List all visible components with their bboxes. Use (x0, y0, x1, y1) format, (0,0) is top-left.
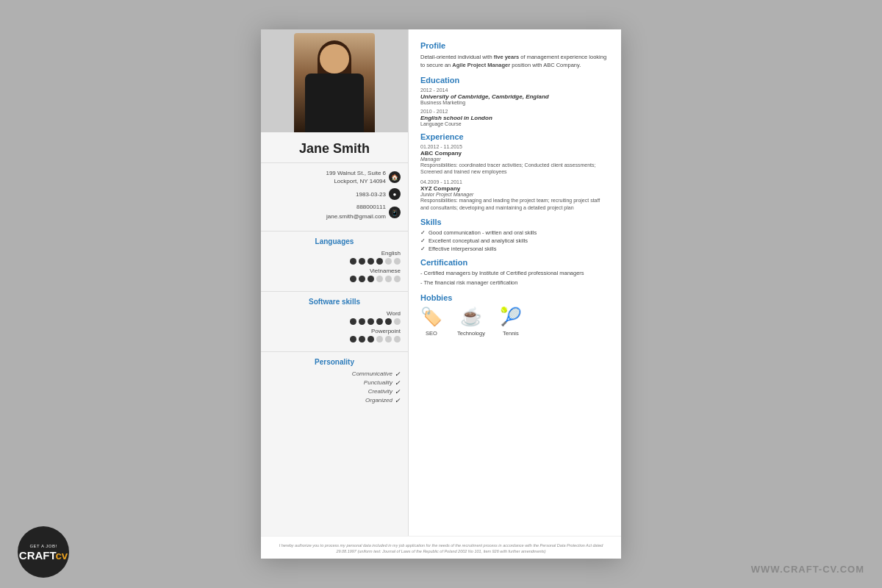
dot (350, 318, 356, 325)
certification-title: Certification (420, 258, 609, 267)
dot (359, 258, 365, 265)
dot-empty (385, 258, 392, 265)
dot-empty (385, 276, 392, 282)
skill-text-3: Effective interpersonal skills (429, 245, 496, 252)
lang-english-dots (268, 258, 401, 265)
personality-organized: Organized ✓ (268, 397, 401, 404)
seo-icon: 🏷️ (420, 306, 442, 327)
footer-text: I hereby authorize you to process my per… (261, 536, 621, 559)
exp-role-2: Junior Project Manager (420, 192, 609, 197)
photo-placeholder (294, 33, 375, 132)
personality-title: Personality (268, 358, 401, 366)
email-value: jane.smith@gmail.com (326, 212, 386, 222)
education-title: Education (420, 76, 609, 85)
address-line1: 199 Walnut St., Suite 6 (326, 169, 386, 177)
photo-area (261, 29, 408, 132)
dot (368, 336, 374, 343)
left-panel: Jane Smith 199 Walnut St., Suite 6 Lockp… (261, 29, 408, 536)
edu-date-2: 2010 - 2012 (420, 109, 609, 114)
phone-item: 888000111 jane.smith@gmail.com 📱 (268, 203, 401, 222)
dot (350, 258, 356, 265)
ppt-label: Powerpoint (268, 328, 401, 334)
lang-vietnamese-label: Vietnamese (268, 268, 401, 274)
check-icon: ✓ (395, 388, 401, 395)
logo-name: CRAFTcv (19, 550, 68, 561)
edu-school-2: English school in London (420, 115, 609, 121)
personality-creativity: Creativity ✓ (268, 388, 401, 395)
phone-icon: 📱 (389, 207, 401, 218)
cert-item-2: - The financial risk manager certificati… (420, 279, 609, 287)
exp-role-1: Manager (420, 157, 609, 162)
personality-punctuality: Punctuality ✓ (268, 379, 401, 387)
dot-empty (394, 336, 401, 343)
dot-empty (376, 276, 383, 282)
check-icon: ✓ (420, 229, 426, 236)
home-icon: 🏠 (389, 171, 401, 183)
lang-english-label: English (268, 250, 401, 257)
technology-icon: ☕ (460, 306, 482, 327)
dob-value: 1983-03-23 (356, 191, 386, 198)
technology-label: Technology (457, 330, 485, 337)
tennis-icon: 🎾 (500, 306, 522, 327)
edu-date-1: 2012 - 2014 (420, 87, 609, 93)
dot-empty (394, 276, 401, 282)
personality-communicative: Communicative ✓ (268, 370, 401, 378)
software-title: Software skills (268, 298, 401, 306)
dot-empty (394, 258, 401, 265)
watermark: WWW.CRAFT-CV.COM (751, 564, 864, 575)
dot (368, 258, 374, 265)
exp-company-1: ABC Company (420, 150, 609, 157)
personality-section: Personality Communicative ✓ Punctuality … (261, 352, 408, 412)
head (320, 44, 349, 74)
dot-empty (376, 336, 383, 343)
dot (376, 318, 383, 325)
dot (359, 336, 365, 343)
dot (350, 276, 356, 282)
logo-sub: cv (56, 549, 68, 562)
dot (385, 318, 392, 325)
dot (359, 318, 365, 325)
edu-degree-2: Language Course (420, 121, 609, 126)
lang-vietnamese-dots (268, 276, 401, 282)
seo-label: SEO (426, 330, 437, 337)
right-panel: Profile Detail-oriented individual with … (409, 29, 621, 536)
skill-item-2: ✓ Excellent conceptual and analytical sk… (420, 237, 609, 244)
dot (376, 258, 383, 265)
check-icon: ✓ (420, 237, 426, 244)
person-name: Jane Smith (268, 141, 401, 157)
word-label: Word (268, 310, 401, 317)
address-line2: Lockport, NY 14094 (326, 177, 386, 185)
hobbies-row: 🏷️ SEO ☕ Technology 🎾 Tennis (420, 306, 609, 337)
languages-section: Languages English Vietnamese (261, 232, 408, 292)
craft-cv-logo: GET A JOB! CRAFTcv (18, 526, 69, 578)
profile-text: Detail-oriented individual with five yea… (420, 53, 609, 70)
dot (350, 336, 356, 343)
exp-desc-2: Responsibilities: managing and leading t… (420, 197, 609, 212)
exp-company-2: XYZ Company (420, 185, 609, 192)
experience-title: Experience (420, 132, 609, 141)
edu-school-1: University of Cambridge, Cambridge, Engl… (420, 93, 609, 100)
dot (368, 276, 374, 282)
resume-paper: Jane Smith 199 Walnut St., Suite 6 Lockp… (261, 29, 621, 559)
logo-tagline: GET A JOB! (29, 544, 57, 548)
check-icon: ✓ (420, 245, 426, 252)
cert-item-1: - Certified managers by Institute of Cer… (420, 270, 609, 278)
skill-text-1: Good communication - written and oral sk… (429, 229, 537, 236)
address-item: 199 Walnut St., Suite 6 Lockport, NY 140… (268, 169, 401, 185)
dob-item: 1983-03-23 ● (268, 188, 401, 200)
edu-degree-1: Business Marketing (420, 100, 609, 105)
hobbies-title: Hobbies (420, 293, 609, 302)
languages-title: Languages (268, 237, 401, 245)
exp-desc-1: Responsibilities: coordinated tracer act… (420, 162, 609, 176)
hobby-tennis: 🎾 Tennis (500, 306, 522, 337)
check-icon: ✓ (395, 379, 401, 387)
calendar-icon: ● (389, 188, 401, 200)
skill-text-2: Excellent conceptual and analytical skil… (429, 237, 528, 244)
exp-date-2: 04.2009 - 11.2011 (420, 179, 609, 184)
dot-empty (385, 336, 392, 343)
ppt-dots (268, 336, 401, 343)
name-area: Jane Smith (261, 132, 408, 163)
check-icon: ✓ (395, 370, 401, 378)
dot (368, 318, 374, 325)
hobby-seo: 🏷️ SEO (420, 306, 442, 337)
